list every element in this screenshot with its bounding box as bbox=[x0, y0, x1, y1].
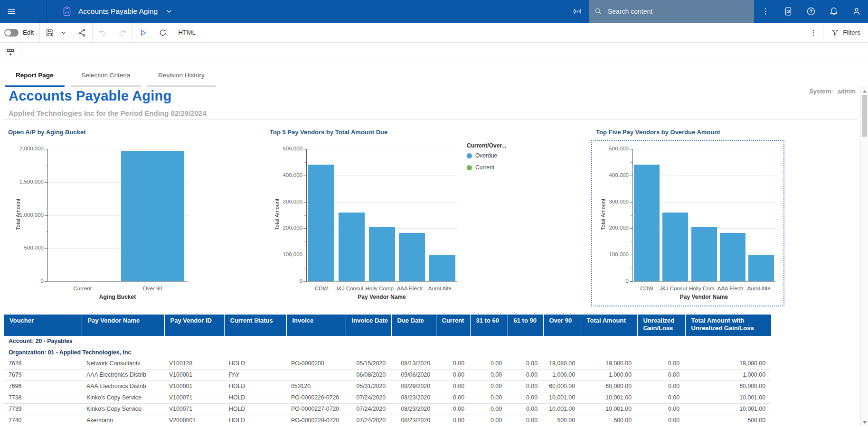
cell-invoice-date[interactable]: 07/24/2020 bbox=[346, 415, 391, 426]
cell-unrealized-gain-loss[interactable]: 0.00 bbox=[637, 380, 685, 392]
cell-invoice-date[interactable]: 07/24/2020 bbox=[346, 392, 391, 403]
search-input[interactable] bbox=[607, 7, 740, 16]
column-header-pay-vendor-name[interactable]: Pay Vendor Name bbox=[82, 315, 164, 336]
cell-over-90[interactable]: 19,080.00 bbox=[543, 358, 581, 369]
column-header-current[interactable]: Current bbox=[436, 315, 470, 336]
undo-button[interactable] bbox=[93, 23, 113, 42]
cell-unrealized-gain-loss[interactable]: 0.00 bbox=[637, 358, 685, 369]
group-row-label[interactable]: Account: 20 - Payables bbox=[4, 336, 771, 347]
cell-unrealized-gain-loss[interactable]: 0.00 bbox=[637, 415, 685, 426]
bar-aural-alte-[interactable] bbox=[748, 255, 774, 281]
cell-total-amount-with-unrealized-gain-loss[interactable]: 60,000.00 bbox=[685, 380, 771, 392]
cell-total-amount-with-unrealized-gain-loss[interactable]: 1,000.00 bbox=[685, 369, 771, 380]
cell-due-date[interactable]: 08/23/2020 bbox=[391, 403, 436, 415]
cell-total-amount-with-unrealized-gain-loss[interactable]: 10,001.00 bbox=[685, 403, 771, 415]
cell-pay-vendor-id[interactable]: V100071 bbox=[164, 392, 224, 403]
cell-pay-vendor-name[interactable]: Akermann bbox=[82, 415, 164, 426]
column-header-61-to-90[interactable]: 61 to 90 bbox=[508, 315, 543, 336]
cell-pay-vendor-id[interactable]: V100071 bbox=[164, 403, 224, 415]
organization-group-row[interactable]: Organization: 01 - Applied Technologies,… bbox=[4, 347, 771, 358]
bar-aural-alte-[interactable] bbox=[429, 255, 455, 281]
column-header-current-status[interactable]: Current Status bbox=[224, 315, 286, 336]
cell-pay-vendor-id[interactable]: V100001 bbox=[164, 369, 224, 380]
cell-pay-vendor-id[interactable]: V2000001 bbox=[164, 415, 224, 426]
cell-voucher[interactable]: 7738 bbox=[4, 392, 82, 403]
cell-total-amount[interactable]: 19,080.00 bbox=[581, 358, 637, 369]
cell-current-status[interactable]: HOLD bbox=[224, 403, 286, 415]
cell-pay-vendor-name[interactable]: AAA Electronics Distrib bbox=[82, 369, 164, 380]
cell-invoice-date[interactable]: 07/24/2020 bbox=[346, 403, 391, 415]
cell-current-status[interactable]: HOLD bbox=[224, 358, 286, 369]
broadcast-icon[interactable] bbox=[566, 0, 589, 23]
cell-invoice[interactable]: PO-0000227-0720 bbox=[286, 403, 346, 415]
vertical-scrollbar[interactable] bbox=[860, 87, 868, 426]
cell-31-to-60[interactable]: 0.00 bbox=[470, 358, 508, 369]
cell-61-to-90[interactable]: 0.00 bbox=[508, 415, 543, 426]
cell-total-amount-with-unrealized-gain-loss[interactable]: 10,001.00 bbox=[685, 392, 771, 403]
bar-holly-comp-[interactable] bbox=[369, 227, 395, 281]
column-header-unrealized-gain-loss[interactable]: Unrealized Gain/Loss bbox=[637, 315, 685, 336]
cell-31-to-60[interactable]: 0.00 bbox=[470, 380, 508, 392]
cell-current[interactable]: 0.00 bbox=[436, 380, 470, 392]
cell-due-date[interactable]: 08/29/2020 bbox=[391, 380, 436, 392]
cell-total-amount-with-unrealized-gain-loss[interactable]: 19,080.00 bbox=[685, 358, 771, 369]
cell-invoice-date[interactable]: 05/15/2020 bbox=[346, 358, 391, 369]
cell-current[interactable]: 0.00 bbox=[436, 403, 470, 415]
help-icon[interactable]: ? bbox=[800, 0, 822, 23]
scrollbar-thumb[interactable] bbox=[862, 95, 867, 137]
cell-unrealized-gain-loss[interactable]: 0.00 bbox=[637, 369, 685, 380]
go-to-bottom-button[interactable] bbox=[0, 43, 21, 62]
cell-invoice-date[interactable]: 05/31/2020 bbox=[346, 380, 391, 392]
column-header-voucher[interactable]: Voucher bbox=[4, 315, 82, 336]
cell-voucher[interactable]: 7696 bbox=[4, 380, 82, 392]
cell-61-to-90[interactable]: 0.00 bbox=[508, 358, 543, 369]
cell-current[interactable]: 0.00 bbox=[436, 392, 470, 403]
cell-total-amount[interactable]: 60,000.00 bbox=[581, 380, 637, 392]
column-header-31-to-60[interactable]: 31 to 60 bbox=[470, 315, 508, 336]
cell-invoice[interactable]: 053120 bbox=[286, 380, 346, 392]
bar-aaa-electr-[interactable] bbox=[399, 233, 425, 281]
column-header-invoice[interactable]: Invoice bbox=[286, 315, 346, 336]
cell-over-90[interactable]: 10,001.00 bbox=[543, 392, 581, 403]
cell-current[interactable]: 0.00 bbox=[436, 415, 470, 426]
save-button[interactable] bbox=[40, 23, 60, 42]
column-header-due-date[interactable]: Due Date bbox=[391, 315, 436, 336]
column-header-total-amount-with-unrealized-gain-loss[interactable]: Total Amount with Unrealized Gain/Loss bbox=[685, 315, 771, 336]
column-header-invoice-date[interactable]: Invoice Date bbox=[346, 315, 391, 336]
cell-over-90[interactable]: 10,001.00 bbox=[543, 403, 581, 415]
cell-voucher[interactable]: 7628 bbox=[4, 358, 82, 369]
cell-over-90[interactable]: 1,000.00 bbox=[543, 369, 581, 380]
bar-cdw[interactable] bbox=[634, 165, 660, 281]
account-group-row[interactable]: Account: 20 - Payables bbox=[4, 336, 771, 347]
cell-current-status[interactable]: HOLD bbox=[224, 380, 286, 392]
cell-31-to-60[interactable]: 0.00 bbox=[470, 392, 508, 403]
cell-due-date[interactable]: 08/23/2020 bbox=[391, 392, 436, 403]
search-bar[interactable] bbox=[589, 0, 754, 23]
device-console-icon[interactable] bbox=[777, 0, 800, 23]
cell-total-amount[interactable]: 500.00 bbox=[581, 415, 637, 426]
tab-revision-history[interactable]: Revision History bbox=[147, 72, 216, 87]
report-switcher-chevron-icon[interactable] bbox=[164, 7, 174, 16]
cell-pay-vendor-id[interactable]: V100001 bbox=[164, 380, 224, 392]
cell-current-status[interactable]: HOLD bbox=[224, 392, 286, 403]
bar-holly-com-[interactable] bbox=[691, 227, 717, 281]
cell-due-date[interactable]: 08/23/2020 bbox=[391, 415, 436, 426]
filters-button[interactable]: Filters bbox=[823, 23, 868, 42]
cell-31-to-60[interactable]: 0.00 bbox=[470, 415, 508, 426]
bar-cdw[interactable] bbox=[308, 165, 334, 281]
cell-pay-vendor-name[interactable]: AAA Electronics Distrib bbox=[82, 380, 164, 392]
column-header-over-90[interactable]: Over 90 bbox=[543, 315, 581, 336]
cell-61-to-90[interactable]: 0.00 bbox=[508, 392, 543, 403]
refresh-button[interactable] bbox=[153, 23, 173, 42]
legend-item-current[interactable]: Current bbox=[467, 164, 506, 171]
bar-j-j-consul-[interactable] bbox=[339, 213, 365, 281]
cell-31-to-60[interactable]: 0.00 bbox=[470, 403, 508, 415]
hamburger-menu-button[interactable] bbox=[0, 0, 23, 23]
cell-invoice[interactable]: PO-0000226-0720 bbox=[286, 392, 346, 403]
cell-invoice-date[interactable]: 06/08/2020 bbox=[346, 369, 391, 380]
report-switcher-title[interactable]: Accounts Payable Aging bbox=[78, 7, 158, 16]
cell-unrealized-gain-loss[interactable]: 0.00 bbox=[637, 403, 685, 415]
edit-toggle[interactable] bbox=[4, 29, 19, 37]
cell-61-to-90[interactable]: 0.00 bbox=[508, 369, 543, 380]
cell-pay-vendor-name[interactable]: Kinko's Copy Service bbox=[82, 392, 164, 403]
